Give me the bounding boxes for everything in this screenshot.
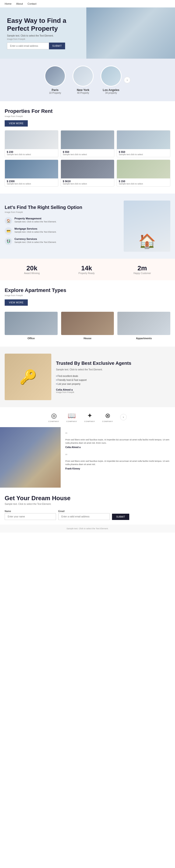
property-price-4: $ 5610 bbox=[63, 180, 112, 183]
selling-title: Let's Find The Right Selling Option bbox=[5, 205, 119, 210]
selling-section: Let's Find The Right Selling Option Imag… bbox=[0, 193, 175, 259]
city-newyork[interactable]: New York 40 Property bbox=[73, 66, 94, 94]
quote-mark-1: " bbox=[65, 453, 170, 459]
city-paris-image bbox=[45, 66, 65, 86]
logo-1-name: COMPANY bbox=[66, 421, 77, 423]
hero-image-source: Image from Freepik bbox=[7, 38, 77, 40]
logo-0[interactable]: ◎ COMPANY bbox=[48, 412, 59, 423]
property-image-1 bbox=[61, 130, 114, 149]
explore-apartments[interactable]: Appartments bbox=[117, 312, 170, 340]
property-desc-0: Sample text click to select bbox=[7, 153, 56, 156]
trusted-list-item-2: List your own property bbox=[56, 382, 170, 386]
stat-award-label: Award Winning bbox=[24, 272, 40, 275]
hero-section: Easy Way to Find a Perfect Property Samp… bbox=[0, 7, 175, 59]
trusted-list: Find excellent deals Friendly host & Fas… bbox=[56, 374, 170, 386]
explore-apt-img-inner bbox=[117, 312, 170, 335]
selling-feature-0-text: Property Management Sample text. Click t… bbox=[15, 217, 56, 223]
property-price-1: $ 550 bbox=[63, 151, 112, 153]
logo-3-icon: ⊗ bbox=[102, 412, 113, 420]
selling-feature-1-title: Mortgage Services bbox=[15, 227, 56, 230]
properties-title: Properties For Rent bbox=[5, 108, 170, 114]
logo-1-icon: 📖 bbox=[66, 412, 77, 420]
testimonials-section: " Proin sed libero enim sed faucibus tur… bbox=[0, 427, 175, 488]
cities-list: Paris 10 Property New York 40 Property L… bbox=[45, 66, 122, 94]
property-card-0[interactable]: $ 230 Sample text click to select bbox=[5, 130, 58, 157]
property-card-5[interactable]: $ 150 Sample text click to select bbox=[117, 160, 170, 187]
city-la-name: Los Angeles bbox=[101, 88, 122, 92]
explore-office-img-inner bbox=[5, 312, 58, 335]
explore-house-img-inner bbox=[61, 312, 114, 335]
testimonial-author-0: Celia Almed a bbox=[65, 446, 170, 448]
cities-next-arrow[interactable]: › bbox=[124, 77, 130, 83]
city-la[interactable]: Los Angeles 34 property bbox=[101, 66, 122, 94]
nav-contact[interactable]: Contact bbox=[27, 2, 36, 5]
stat-award-number: 20k bbox=[24, 265, 40, 272]
dream-email-input[interactable] bbox=[58, 513, 110, 520]
property-card-3[interactable]: $ 2300 Sample text click to select bbox=[5, 160, 58, 187]
logo-2[interactable]: ✦ COMPANY bbox=[84, 412, 95, 423]
explore-office[interactable]: Office bbox=[5, 312, 58, 340]
city-paris[interactable]: Paris 10 Property bbox=[45, 66, 66, 94]
house-hand-icon: 🏠 bbox=[139, 233, 156, 252]
properties-view-more-button[interactable]: VIEW MORE bbox=[5, 120, 28, 127]
city-newyork-count: 40 Property bbox=[73, 92, 94, 94]
property-card-2[interactable]: $ 550 Sample text click to select bbox=[117, 130, 170, 157]
dream-name-input[interactable] bbox=[5, 513, 56, 520]
properties-for-rent-section: Properties For Rent Image from Freepik V… bbox=[0, 101, 175, 193]
property-image-0 bbox=[5, 130, 58, 149]
dream-email-label: Email bbox=[58, 510, 110, 513]
trusted-source: Image from Freepik bbox=[56, 391, 170, 394]
dream-submit-button[interactable]: SUBMIT bbox=[112, 514, 129, 520]
city-paris-name: Paris bbox=[45, 88, 66, 92]
property-price-3: $ 2300 bbox=[7, 180, 56, 183]
property-image-5 bbox=[117, 160, 170, 179]
explore-apartments-label: Appartments bbox=[117, 337, 170, 340]
explore-house[interactable]: House bbox=[61, 312, 114, 340]
explore-view-more-button[interactable]: VIEW MORE bbox=[5, 300, 28, 306]
property-card-1[interactable]: $ 550 Sample text click to select bbox=[61, 130, 114, 157]
selling-right-image: 🏠 bbox=[124, 200, 170, 252]
selling-feature-2-text: Currency Services Sample text. Click to … bbox=[15, 238, 56, 244]
explore-grid: Office House Appartments bbox=[5, 312, 170, 340]
explore-section: Explore Apartment Types Image from Freep… bbox=[0, 280, 175, 347]
selling-feature-2: 💱 Currency Services Sample text. Click t… bbox=[5, 238, 119, 245]
nav-home[interactable]: Home bbox=[5, 2, 11, 5]
explore-title: Explore Apartment Types bbox=[5, 287, 170, 293]
property-price-0: $ 230 bbox=[7, 151, 56, 153]
property-price-2: $ 550 bbox=[119, 151, 168, 153]
explore-office-image bbox=[5, 312, 58, 335]
nav-about[interactable]: About bbox=[16, 2, 23, 5]
city-newyork-image bbox=[73, 66, 93, 86]
hero-email-input[interactable] bbox=[7, 42, 49, 49]
logo-1[interactable]: 📖 COMPANY bbox=[66, 412, 77, 423]
hero-submit-button[interactable]: SUBMIT bbox=[49, 42, 65, 49]
explore-source: Image from Freepik bbox=[5, 294, 170, 297]
properties-source: Image from Freepik bbox=[5, 115, 170, 118]
properties-grid: $ 230 Sample text click to select $ 550 … bbox=[5, 130, 170, 187]
property-info-5: $ 150 Sample text click to select bbox=[117, 179, 170, 186]
selling-feature-1: 💳 Mortgage Services Sample text. Click t… bbox=[5, 227, 119, 235]
hero-title: Easy Way to Find a Perfect Property bbox=[7, 17, 77, 32]
dream-title: Get Your Dream House bbox=[5, 495, 170, 502]
stat-property: 14k Property Ready bbox=[78, 265, 95, 275]
stat-customer: 2m Happy Customer bbox=[133, 265, 151, 275]
dream-name-label: Name bbox=[5, 510, 56, 513]
explore-house-image bbox=[61, 312, 114, 335]
trusted-content: Trusted By Best Exclusive Agents Sample … bbox=[56, 360, 170, 394]
trusted-list-item-1: Friendly host & Fast support bbox=[56, 378, 170, 382]
property-info-2: $ 550 Sample text click to select bbox=[117, 149, 170, 157]
testimonials-content: " Proin sed libero enim sed faucibus tur… bbox=[61, 427, 175, 488]
hero-text-block: Easy Way to Find a Perfect Property Samp… bbox=[7, 17, 77, 49]
logos-next-arrow[interactable]: › bbox=[120, 414, 127, 421]
logo-3[interactable]: ⊗ COMPANY bbox=[102, 412, 113, 423]
trusted-image: 🔑 bbox=[5, 353, 51, 400]
stat-property-label: Property Ready bbox=[78, 272, 95, 275]
property-card-4[interactable]: $ 5610 Sample text click to select bbox=[61, 160, 114, 187]
dream-email-group: Email bbox=[58, 510, 110, 520]
property-image-4 bbox=[61, 160, 114, 179]
property-image-3 bbox=[5, 160, 58, 179]
selling-feature-2-desc: Sample text. Click to select the Text El… bbox=[15, 241, 56, 244]
city-la-image bbox=[101, 66, 121, 86]
testimonial-text-1: Proin sed libero enim sed faucibus turpi… bbox=[65, 460, 170, 466]
dream-form: Name Email SUBMIT bbox=[5, 510, 170, 520]
